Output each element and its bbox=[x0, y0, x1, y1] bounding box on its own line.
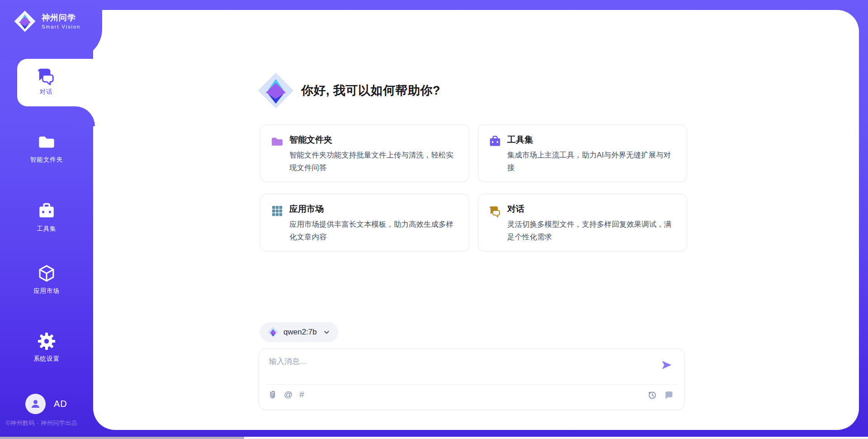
sidebar-item-chat-active[interactable]: 对话 bbox=[17, 59, 95, 106]
message-input[interactable] bbox=[268, 355, 654, 382]
card-description: 灵活切换多模型文件，支持多样回复效果调试，满足个性化需求 bbox=[507, 218, 675, 243]
model-diamond-logo-icon bbox=[267, 326, 279, 338]
briefcase-icon bbox=[488, 135, 502, 148]
card-title: 对话 bbox=[507, 203, 524, 215]
cube-icon bbox=[37, 264, 56, 283]
hashtag-icon[interactable]: # bbox=[299, 390, 304, 399]
folder-icon bbox=[270, 135, 284, 148]
chat-icon bbox=[488, 204, 502, 218]
card-title: 智能文件夹 bbox=[289, 134, 332, 146]
composer-tools-left: @ # bbox=[268, 390, 304, 399]
attachment-icon[interactable] bbox=[268, 390, 277, 399]
sidebar-item-label: 智能文件夹 bbox=[0, 156, 93, 164]
brand: 神州问学 Smart Vision bbox=[14, 10, 80, 33]
scrollbar-thumb[interactable] bbox=[0, 437, 244, 439]
chat-bubble-icon[interactable] bbox=[664, 390, 674, 400]
card-description: 集成市场上主流工具，助力AI与外界无缝扩展与对接 bbox=[507, 148, 675, 174]
app-title: 神州问学 bbox=[42, 14, 80, 22]
composer-tools-right bbox=[647, 390, 674, 400]
user-profile[interactable]: AD bbox=[25, 394, 67, 414]
greeting-diamond-logo-icon bbox=[257, 72, 295, 110]
model-selector[interactable]: qwen2:7b bbox=[260, 322, 338, 342]
copyright-text: ©神州数码 · 神州问学出品 bbox=[6, 419, 77, 427]
grid-icon bbox=[270, 204, 284, 218]
brand-diamond-logo-icon bbox=[14, 10, 36, 33]
card-smart-folder[interactable]: 智能文件夹 智能文件夹功能支持批量文件上传与清洗，轻松实现文件问答 bbox=[260, 124, 469, 182]
tab-scoop-decoration bbox=[75, 106, 95, 126]
sidebar-item-label: 对话 bbox=[17, 88, 75, 96]
app-subtitle: Smart Vision bbox=[42, 24, 80, 29]
sidebar-item-label: 工具集 bbox=[0, 225, 93, 233]
mention-icon[interactable]: @ bbox=[284, 390, 292, 399]
avatar bbox=[25, 394, 46, 414]
card-description: 智能文件夹功能支持批量文件上传与清洗，轻松实现文件问答 bbox=[289, 148, 458, 174]
card-toolset[interactable]: 工具集 集成市场上主流工具，助力AI与外界无缝扩展与对接 bbox=[478, 124, 687, 182]
chevron-down-icon bbox=[323, 329, 330, 336]
folder-icon bbox=[37, 133, 56, 152]
card-app-market[interactable]: 应用市场 应用市场提供丰富长文本模板，助力高效生成多样化文章内容 bbox=[260, 194, 469, 251]
card-title: 工具集 bbox=[507, 134, 533, 146]
sidebar-item-smart-folder[interactable]: 智能文件夹 bbox=[0, 133, 93, 164]
user-name: AD bbox=[54, 399, 67, 409]
sidebar-item-label: 系统设置 bbox=[0, 355, 93, 363]
sidebar-item-toolset[interactable]: 工具集 bbox=[0, 202, 93, 233]
sidebar-item-app-market[interactable]: 应用市场 bbox=[0, 264, 93, 295]
history-icon[interactable] bbox=[647, 390, 657, 400]
gear-icon bbox=[37, 332, 56, 351]
sidebar-item-label: 应用市场 bbox=[0, 287, 93, 295]
greeting: 你好, 我可以如何帮助你? bbox=[257, 72, 440, 110]
card-chat[interactable]: 对话 灵活切换多模型文件，支持多样回复效果调试，满足个性化需求 bbox=[478, 194, 687, 251]
card-title: 应用市场 bbox=[289, 203, 324, 215]
chat-icon bbox=[36, 66, 57, 85]
sidebar-item-settings[interactable]: 系统设置 bbox=[0, 332, 93, 363]
message-composer: @ # bbox=[259, 348, 685, 410]
briefcase-icon bbox=[37, 202, 56, 221]
model-name: qwen2:7b bbox=[283, 328, 317, 337]
composer-divider bbox=[266, 384, 677, 385]
horizontal-scrollbar[interactable] bbox=[0, 437, 868, 439]
card-description: 应用市场提供丰富长文本模板，助力高效生成多样化文章内容 bbox=[289, 218, 458, 243]
send-icon[interactable] bbox=[660, 359, 673, 371]
greeting-title: 你好, 我可以如何帮助你? bbox=[301, 82, 440, 99]
app-window: 神州问学 Smart Vision 对话 智能文件夹 bbox=[0, 0, 868, 439]
